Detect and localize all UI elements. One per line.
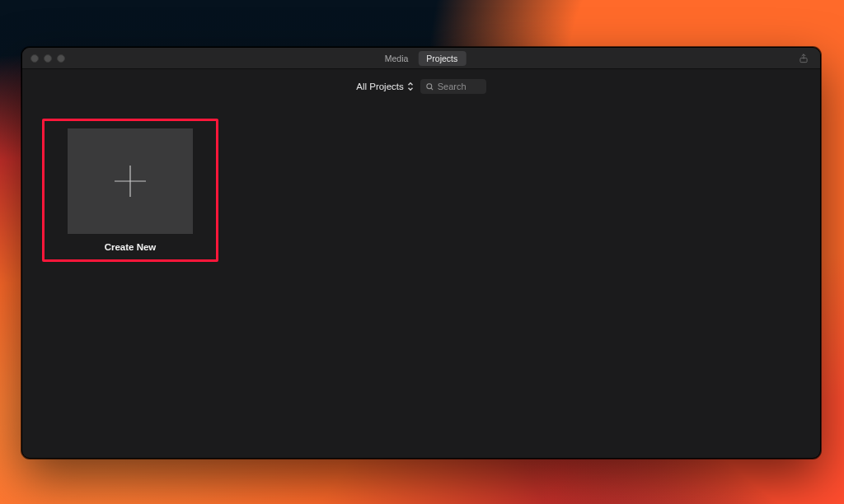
projects-filter-label: All Projects	[356, 82, 404, 91]
filter-toolbar: All Projects	[22, 69, 820, 104]
svg-point-1	[427, 83, 432, 88]
minimize-dot[interactable]	[44, 54, 52, 63]
search-input[interactable]	[434, 82, 481, 91]
search-field[interactable]	[420, 79, 486, 94]
desktop-background: Media Projects All Projects	[0, 0, 844, 504]
chevron-updown-icon	[407, 82, 414, 91]
create-new-thumbnail	[68, 128, 193, 234]
view-switcher: Media Projects	[377, 51, 467, 66]
window-titlebar: Media Projects	[22, 48, 820, 69]
tab-media[interactable]: Media	[377, 51, 417, 66]
tab-projects[interactable]: Projects	[418, 51, 466, 66]
plus-icon	[111, 162, 149, 200]
close-dot[interactable]	[30, 54, 39, 63]
zoom-dot[interactable]	[57, 54, 65, 63]
projects-filter-dropdown[interactable]: All Projects	[356, 82, 414, 91]
share-icon	[798, 53, 809, 64]
search-icon	[425, 82, 434, 91]
traffic-lights	[30, 54, 65, 63]
app-window: Media Projects All Projects	[21, 47, 821, 459]
create-new-card-inner: Create New	[52, 128, 209, 252]
projects-grid: Create New	[22, 104, 820, 458]
create-new-label: Create New	[105, 242, 157, 252]
create-new-card[interactable]: Create New	[42, 119, 218, 262]
share-button[interactable]	[797, 52, 810, 65]
